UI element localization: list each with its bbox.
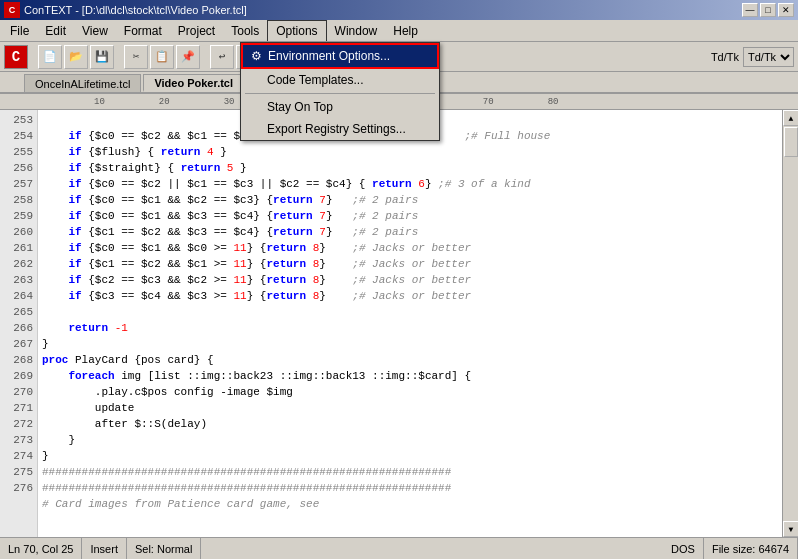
open-file-button[interactable]: 📂: [64, 45, 88, 69]
menu-window[interactable]: Window: [327, 20, 386, 41]
title-bar: C ConTEXT - [D:\dl\dcl\stock\tcl\Video P…: [0, 0, 798, 20]
menu-edit[interactable]: Edit: [37, 20, 74, 41]
app-icon: C: [4, 2, 20, 18]
status-filesize: File size: 64674: [704, 538, 798, 559]
insert-text: Insert: [90, 543, 118, 555]
options-dropdown: ⚙ Environment Options... Code Templates.…: [240, 42, 440, 141]
status-dos: DOS: [663, 538, 704, 559]
undo-button[interactable]: ↩: [210, 45, 234, 69]
environment-options-label: Environment Options...: [268, 49, 390, 63]
status-sel: Sel: Normal: [127, 538, 201, 559]
status-ln-col: Ln 70, Col 25: [0, 538, 82, 559]
stay-on-top-label: Stay On Top: [267, 100, 333, 114]
menu-format[interactable]: Format: [116, 20, 170, 41]
menu-options[interactable]: Options: [267, 20, 326, 41]
dos-text: DOS: [671, 543, 695, 555]
tab-once-in-a-lifetime[interactable]: OnceInALifetime.tcl: [24, 74, 141, 92]
tab-video-poker-label: Video Poker.tcl: [154, 77, 233, 89]
status-bar: Ln 70, Col 25 Insert Sel: Normal DOS Fil…: [0, 537, 798, 559]
status-insert: Insert: [82, 538, 127, 559]
menu-file[interactable]: File: [2, 20, 37, 41]
dropdown-stay-on-top[interactable]: Stay On Top: [241, 96, 439, 118]
dropdown-separator-1: [245, 93, 435, 94]
scroll-up-button[interactable]: ▲: [783, 110, 798, 126]
interpreter-selector: Td/Tk Td/Tk: [711, 47, 794, 67]
line-numbers: 253254255256257 258259260261262 26326426…: [0, 110, 38, 537]
vertical-scrollbar[interactable]: ▲ ▼: [782, 110, 798, 537]
title-controls: — □ ✕: [742, 3, 794, 17]
dropdown-export-registry[interactable]: Export Registry Settings...: [241, 118, 439, 140]
paste-button[interactable]: 📌: [176, 45, 200, 69]
filesize-text: File size: 64674: [712, 543, 789, 555]
code-content[interactable]: if {$c0 == $c2 && $c1 == $c3 && $c2 == $…: [38, 110, 782, 537]
code-templates-label: Code Templates...: [267, 73, 364, 87]
menu-project[interactable]: Project: [170, 20, 223, 41]
menu-help[interactable]: Help: [385, 20, 426, 41]
maximize-button[interactable]: □: [760, 3, 776, 17]
tab-once-label: OnceInALifetime.tcl: [35, 78, 130, 90]
title-bar-left: C ConTEXT - [D:\dl\dcl\stock\tcl\Video P…: [4, 2, 247, 18]
ln-col-text: Ln 70, Col 25: [8, 543, 73, 555]
code-area: 253254255256257 258259260261262 26326426…: [0, 110, 798, 537]
environment-icon: ⚙: [251, 49, 262, 63]
minimize-button[interactable]: —: [742, 3, 758, 17]
app-logo: C: [4, 45, 28, 69]
dropdown-environment-options[interactable]: ⚙ Environment Options...: [241, 43, 439, 69]
tab-video-poker[interactable]: Video Poker.tcl: [143, 74, 244, 92]
sel-text: Sel: Normal: [135, 543, 192, 555]
copy-button[interactable]: 📋: [150, 45, 174, 69]
menu-tools[interactable]: Tools: [223, 20, 267, 41]
export-registry-label: Export Registry Settings...: [267, 122, 406, 136]
new-file-button[interactable]: 📄: [38, 45, 62, 69]
menu-bar: File Edit View Format Project Tools Opti…: [0, 20, 798, 42]
save-file-button[interactable]: 💾: [90, 45, 114, 69]
interpreter-dropdown[interactable]: Td/Tk: [743, 47, 794, 67]
scroll-thumb[interactable]: [784, 127, 798, 157]
cut-button[interactable]: ✂: [124, 45, 148, 69]
window-title: ConTEXT - [D:\dl\dcl\stock\tcl\Video Pok…: [24, 4, 247, 16]
scroll-track[interactable]: [783, 126, 798, 521]
menu-view[interactable]: View: [74, 20, 116, 41]
scroll-down-button[interactable]: ▼: [783, 521, 798, 537]
dropdown-code-templates[interactable]: Code Templates...: [241, 69, 439, 91]
close-button[interactable]: ✕: [778, 3, 794, 17]
interpreter-label: Td/Tk: [711, 51, 739, 63]
